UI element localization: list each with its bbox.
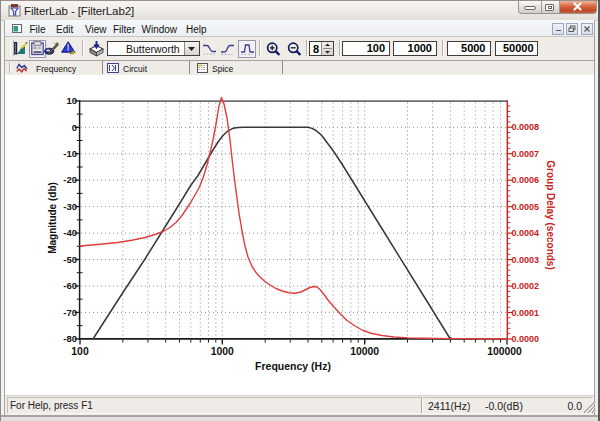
svg-text:0.0002: 0.0002: [512, 281, 540, 291]
svg-text:0: 0: [72, 122, 77, 133]
svg-text:1000: 1000: [211, 346, 234, 357]
svg-text:-40: -40: [63, 227, 77, 238]
svg-text:-30: -30: [63, 201, 77, 212]
svg-text:Group Delay (seconds): Group Delay (seconds): [545, 160, 556, 269]
svg-text:10: 10: [66, 95, 77, 106]
svg-text:-60: -60: [63, 280, 77, 291]
svg-text:0.0006: 0.0006: [512, 175, 540, 185]
svg-text:-50: -50: [63, 254, 77, 265]
svg-text:0.0001: 0.0001: [512, 308, 540, 318]
svg-text:0.0004: 0.0004: [512, 228, 540, 238]
svg-text:0.0005: 0.0005: [512, 202, 540, 212]
svg-text:0.0008: 0.0008: [512, 122, 540, 132]
svg-text:-10: -10: [63, 148, 77, 159]
svg-text:Frequency (Hz): Frequency (Hz): [255, 360, 331, 372]
svg-text:0.0007: 0.0007: [512, 149, 540, 159]
svg-text:-20: -20: [63, 174, 77, 185]
svg-text:Magnitude (db): Magnitude (db): [47, 182, 58, 254]
svg-text:0.0003: 0.0003: [512, 255, 540, 265]
svg-text:100: 100: [71, 346, 89, 357]
svg-text:-80: -80: [63, 333, 77, 344]
svg-text:10000: 10000: [350, 346, 379, 357]
svg-text:0.0000: 0.0000: [512, 334, 540, 344]
svg-text:-70: -70: [63, 307, 77, 318]
svg-text:100000: 100000: [487, 346, 522, 357]
